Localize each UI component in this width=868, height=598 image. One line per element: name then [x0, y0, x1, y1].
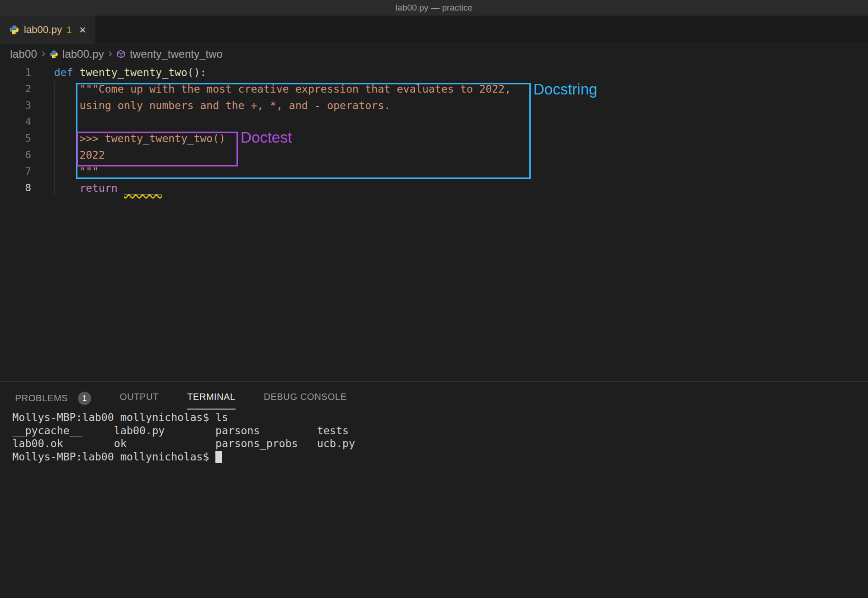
code-line: 4: [0, 114, 868, 130]
breadcrumb-symbol[interactable]: twenty_twenty_two: [130, 48, 223, 61]
panel-tab-problems[interactable]: PROBLEMS 1: [15, 392, 91, 411]
panel-tab-label: DEBUG CONSOLE: [264, 392, 347, 402]
code-text: def twenty_twenty_two():: [54, 64, 206, 81]
tab-problem-count: 1: [66, 25, 71, 35]
code-line: 7 """: [0, 163, 868, 180]
line-number: 7: [0, 163, 54, 180]
terminal-cursor: [215, 451, 222, 463]
panel-tab-label: OUTPUT: [120, 392, 159, 402]
code-token: 2022: [54, 149, 105, 161]
line-number: 3: [0, 97, 54, 114]
code-line: 3 using only numbers and the +, *, and -…: [0, 97, 868, 114]
terminal-text: Mollys-MBP:lab00 mollynicholas$: [12, 451, 215, 463]
problems-count-badge: 1: [78, 392, 91, 405]
code-line: 5 >>> twenty_twenty_two(): [0, 130, 868, 147]
docstring-annotation-label: Docstring: [533, 81, 597, 98]
doctest-annotation-label: Doctest: [241, 129, 292, 146]
terminal-line: lab00.ok ok parsons_probs ucb.py: [12, 437, 355, 450]
terminal-text: lab00.ok ok parsons_probs ucb.py: [12, 437, 355, 449]
python-file-icon: [9, 25, 19, 35]
symbol-cube-icon: [116, 50, 126, 59]
code-token: """: [54, 166, 99, 177]
code-token: using only numbers and the +, *, and - o…: [54, 100, 390, 111]
line-number: 5: [0, 130, 54, 147]
breadcrumb-file[interactable]: lab00.py: [62, 48, 104, 61]
terminal-text: Mollys-MBP:lab00 mollynicholas$ ls: [12, 411, 228, 423]
panel-tab-output[interactable]: OUTPUT: [120, 392, 159, 409]
indent-guide: [54, 81, 55, 196]
current-line-highlight: [54, 180, 868, 196]
line-number: 2: [0, 81, 54, 97]
window-titlebar[interactable]: lab00.py — practice: [0, 0, 868, 16]
panel-tab-bar: PROBLEMS 1 OUTPUT TERMINAL DEBUG CONSOLE: [0, 382, 868, 410]
terminal-line: Mollys-MBP:lab00 mollynicholas$ ls: [12, 411, 355, 424]
vscode-window: lab00.py — practice lab00.py 1 ✕ lab00 ›…: [0, 0, 868, 598]
code-text: """: [54, 163, 99, 180]
panel-tab-debug-console[interactable]: DEBUG CONSOLE: [264, 392, 347, 409]
editor-tab-lab00py[interactable]: lab00.py 1 ✕: [0, 16, 95, 44]
code-token: """Come up with the most creative expres…: [54, 83, 511, 95]
terminal-output[interactable]: Mollys-MBP:lab00 mollynicholas$ ls __pyc…: [12, 411, 355, 463]
code-line: 6 2022: [0, 147, 868, 163]
line-number: 6: [0, 147, 54, 163]
terminal-text: __pycache__ lab00.py parsons tests: [12, 425, 349, 437]
code-token: >>> twenty_twenty_two(): [54, 133, 225, 144]
editor-tab-bar: lab00.py 1 ✕: [0, 16, 868, 44]
code-token: twenty_twenty_two: [79, 66, 187, 78]
line-number: 8: [0, 180, 54, 196]
chevron-right-icon: ›: [108, 47, 112, 60]
breadcrumb: lab00 › lab00.py › twenty_twenty_two: [10, 44, 223, 64]
code-token: ():: [187, 66, 207, 78]
tab-close-icon[interactable]: ✕: [79, 25, 86, 35]
panel-tab-label: PROBLEMS: [15, 393, 68, 404]
code-editor[interactable]: 1 def twenty_twenty_two(): 2 """Come up …: [0, 64, 868, 381]
window-title: lab00.py — practice: [396, 3, 472, 13]
code-line: 1 def twenty_twenty_two():: [0, 64, 868, 81]
panel-tab-terminal[interactable]: TERMINAL: [187, 392, 235, 410]
line-number: 1: [0, 64, 54, 81]
code-text: """Come up with the most creative expres…: [54, 81, 511, 97]
code-text: 2022: [54, 147, 105, 163]
python-file-icon: [49, 50, 58, 59]
terminal-line: __pycache__ lab00.py parsons tests: [12, 424, 355, 437]
tab-filename: lab00.py: [24, 24, 62, 36]
terminal-line: Mollys-MBP:lab00 mollynicholas$: [12, 450, 355, 464]
breadcrumb-folder[interactable]: lab00: [10, 48, 37, 61]
line-number: 4: [0, 114, 54, 130]
panel-tab-label: TERMINAL: [187, 392, 235, 402]
code-token: def: [54, 66, 79, 78]
chevron-right-icon: ›: [41, 47, 45, 60]
code-text: using only numbers and the +, *, and - o…: [54, 97, 390, 114]
code-line: 2 """Come up with the most creative expr…: [0, 81, 868, 97]
code-text: >>> twenty_twenty_two(): [54, 130, 225, 147]
